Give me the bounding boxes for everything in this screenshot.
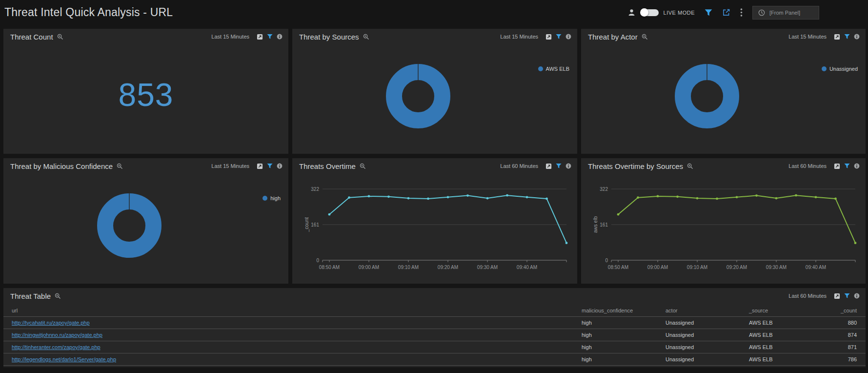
svg-text:322: 322 bbox=[600, 186, 608, 192]
table-cell: http://legendlogs.net/darlo1/Server/gate… bbox=[3, 353, 579, 366]
panel-header: Threats Overtime by Sources Last 60 Minu… bbox=[581, 158, 866, 174]
kebab-menu-icon[interactable] bbox=[740, 8, 743, 17]
table-cell: Unassigned bbox=[663, 341, 746, 353]
info-icon[interactable] bbox=[277, 163, 283, 169]
filter-icon[interactable] bbox=[844, 293, 850, 299]
donut-chart[interactable] bbox=[581, 44, 866, 154]
panel-body: high bbox=[3, 174, 288, 284]
expand-icon[interactable] bbox=[834, 293, 840, 299]
expand-icon[interactable] bbox=[545, 163, 552, 169]
legend-dot bbox=[822, 66, 827, 71]
table-cell: AWS ELB bbox=[746, 329, 825, 341]
svg-text:09:30 AM: 09:30 AM bbox=[766, 265, 787, 270]
zoom-icon[interactable] bbox=[117, 163, 123, 169]
table-cell: http://tycahatit.ru/zapoy/gate.php bbox=[3, 317, 579, 329]
legend-dot bbox=[538, 66, 543, 71]
threat-table: urlmalicious_confidenceactor_source_coun… bbox=[3, 304, 866, 366]
panel-title: Threat by Malicious Confidence bbox=[10, 162, 113, 170]
url-link[interactable]: http://tycahatit.ru/zapoy/gate.php bbox=[12, 320, 90, 326]
zoom-icon[interactable] bbox=[363, 34, 369, 40]
panel-threat-by-actor: Threat by Actor Last 15 Minutes Unassign… bbox=[581, 29, 866, 154]
table-header-row: urlmalicious_confidenceactor_source_coun… bbox=[3, 304, 866, 317]
panel-threat-count: Threat Count Last 15 Minutes 853 bbox=[3, 29, 288, 154]
svg-text:161: 161 bbox=[600, 222, 608, 228]
svg-text:09:20 AM: 09:20 AM bbox=[438, 265, 458, 270]
expand-icon[interactable] bbox=[257, 34, 263, 40]
zoom-icon[interactable] bbox=[687, 163, 693, 169]
svg-text:09:40 AM: 09:40 AM bbox=[806, 265, 826, 270]
url-link[interactable]: http://tinheranter.com/zapoy/gate.php bbox=[12, 344, 101, 350]
panel-time-range: Last 15 Minutes bbox=[788, 34, 827, 40]
url-link[interactable]: http://legendlogs.net/darlo1/Server/gate… bbox=[12, 356, 116, 362]
dashboard-title: Threat Intel Quick Analysis - URL bbox=[4, 6, 173, 19]
legend-item[interactable]: high bbox=[262, 195, 281, 201]
donut-chart[interactable] bbox=[3, 174, 288, 284]
filter-icon[interactable] bbox=[556, 34, 562, 40]
panel-time-range: Last 60 Minutes bbox=[788, 293, 827, 299]
expand-icon[interactable] bbox=[545, 34, 552, 40]
panel-header: Threat Count Last 15 Minutes bbox=[3, 29, 288, 44]
info-icon[interactable] bbox=[277, 34, 283, 40]
url-link[interactable]: http://ningwitjohnno.ru/zapoy/gate.php bbox=[12, 332, 102, 338]
panel-threat-table: Threat Table Last 60 Minutes urlmaliciou… bbox=[3, 288, 866, 367]
line-chart[interactable]: 016132208:50 AM09:00 AM09:10 AM09:20 AM0… bbox=[581, 174, 866, 284]
zoom-icon[interactable] bbox=[642, 34, 648, 40]
svg-text:09:10 AM: 09:10 AM bbox=[687, 265, 707, 270]
panel-body: 016132208:50 AM09:00 AM09:10 AM09:20 AM0… bbox=[292, 174, 577, 284]
legend-label: high bbox=[270, 195, 281, 201]
column-header-malicious_confidence[interactable]: malicious_confidence bbox=[579, 304, 663, 317]
live-mode-label: LIVE MODE bbox=[664, 10, 695, 16]
column-header-actor[interactable]: actor bbox=[663, 304, 746, 317]
filter-icon[interactable] bbox=[844, 34, 850, 40]
share-icon[interactable] bbox=[722, 8, 730, 17]
panel-body: Unassigned bbox=[581, 44, 866, 154]
svg-text:322: 322 bbox=[311, 186, 319, 192]
filter-icon[interactable] bbox=[705, 9, 712, 17]
panel-header: Threat by Sources Last 15 Minutes bbox=[292, 29, 577, 44]
table-cell: 874 bbox=[825, 329, 866, 341]
info-icon[interactable] bbox=[854, 163, 860, 169]
panel-body: AWS ELB bbox=[292, 44, 577, 154]
table-cell: 871 bbox=[825, 341, 866, 353]
donut-chart[interactable] bbox=[292, 44, 577, 154]
zoom-icon[interactable] bbox=[57, 34, 63, 40]
legend-label: AWS ELB bbox=[546, 66, 570, 72]
expand-icon[interactable] bbox=[257, 163, 263, 169]
info-icon[interactable] bbox=[854, 293, 860, 299]
legend-item[interactable]: Unassigned bbox=[822, 66, 858, 72]
table-cell: Unassigned bbox=[663, 329, 746, 341]
panel-title: Threat by Sources bbox=[299, 33, 359, 41]
user-icon[interactable] bbox=[628, 9, 635, 16]
expand-icon[interactable] bbox=[834, 163, 840, 169]
svg-text:0: 0 bbox=[316, 258, 319, 263]
svg-text:09:30 AM: 09:30 AM bbox=[477, 265, 498, 270]
svg-text:08:50 AM: 08:50 AM bbox=[319, 265, 340, 270]
zoom-icon[interactable] bbox=[55, 293, 61, 299]
filter-icon[interactable] bbox=[844, 163, 850, 169]
legend-item[interactable]: AWS ELB bbox=[538, 66, 570, 72]
svg-text:aws elb: aws elb bbox=[593, 216, 598, 233]
filter-icon[interactable] bbox=[267, 34, 273, 40]
expand-icon[interactable] bbox=[834, 34, 840, 40]
column-header-count[interactable]: _count bbox=[825, 304, 866, 317]
svg-text:_count: _count bbox=[304, 217, 309, 232]
info-icon[interactable] bbox=[565, 163, 571, 169]
line-chart[interactable]: 016132208:50 AM09:00 AM09:10 AM09:20 AM0… bbox=[292, 174, 577, 284]
table-row: http://tinheranter.com/zapoy/gate.phphig… bbox=[3, 341, 866, 353]
time-range-input[interactable]: [From Panel] bbox=[752, 6, 819, 20]
svg-text:09:20 AM: 09:20 AM bbox=[727, 265, 747, 270]
column-header-source[interactable]: _source bbox=[746, 304, 825, 317]
table-cell: 880 bbox=[825, 317, 866, 329]
toggle-knob[interactable] bbox=[640, 8, 648, 17]
column-header-url[interactable]: url bbox=[3, 304, 579, 317]
table-cell: http://tinheranter.com/zapoy/gate.php bbox=[3, 341, 579, 353]
filter-icon[interactable] bbox=[267, 163, 273, 169]
info-icon[interactable] bbox=[854, 34, 860, 40]
zoom-icon[interactable] bbox=[360, 163, 366, 169]
panel-body: 853 bbox=[3, 44, 288, 154]
table-cell: high bbox=[579, 353, 663, 366]
table-cell: high bbox=[579, 329, 663, 341]
filter-icon[interactable] bbox=[556, 163, 562, 169]
live-mode-toggle[interactable] bbox=[641, 9, 659, 16]
info-icon[interactable] bbox=[565, 34, 571, 40]
